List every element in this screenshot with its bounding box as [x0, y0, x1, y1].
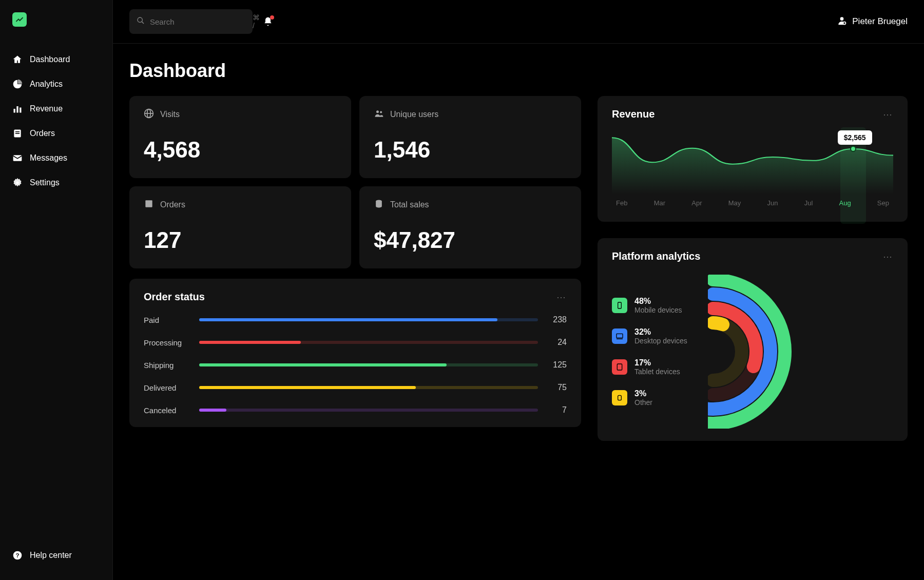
more-button[interactable]: ⋯	[883, 109, 893, 120]
card-title: Revenue	[612, 108, 654, 120]
search-box[interactable]: ⌘ /	[129, 9, 253, 34]
sidebar-item-label: Analytics	[30, 80, 63, 89]
svg-rect-23	[618, 302, 622, 308]
order-status-row: Paid 238	[144, 315, 567, 324]
sidebar-item-settings[interactable]: Settings	[0, 170, 112, 195]
order-value: 238	[546, 315, 567, 324]
platform-pct: 3%	[634, 389, 652, 398]
revenue-tooltip: $2,565	[838, 130, 872, 145]
sidebar: Dashboard Analytics Revenue Orders Messa…	[0, 0, 113, 580]
pie-chart-icon	[12, 79, 23, 89]
gear-icon	[12, 178, 23, 188]
svg-point-19	[380, 111, 382, 113]
revenue-month-label: Feb	[616, 199, 627, 207]
order-status-row: Shipping 125	[144, 360, 567, 370]
order-bar	[199, 409, 538, 412]
search-icon	[137, 16, 145, 27]
user-name: Pieter Bruegel	[852, 16, 908, 27]
svg-line-11	[142, 22, 144, 24]
revenue-card: Revenue ⋯ $2,565 FebMarAprMayJunJulAugSe…	[598, 96, 908, 222]
order-label: Processing	[144, 338, 191, 347]
search-input[interactable]	[150, 17, 247, 26]
help-center-link[interactable]: ? Help center	[0, 543, 112, 568]
page-title: Dashboard	[129, 60, 908, 82]
svg-rect-5	[15, 133, 20, 134]
search-hint: ⌘ /	[253, 13, 260, 30]
order-status-card: Order status ⋯ Paid 238 Processing 24 Sh…	[129, 279, 581, 427]
order-bar	[199, 386, 538, 389]
order-value: 24	[546, 338, 567, 347]
order-value: 75	[546, 383, 567, 392]
platform-label: Other	[634, 398, 652, 407]
svg-point-10	[138, 17, 142, 22]
bell-icon	[263, 16, 273, 27]
order-label: Delivered	[144, 383, 191, 392]
stat-card-unique-users: Unique users 1,546	[359, 96, 581, 178]
platform-label: Desktop devices	[634, 337, 687, 345]
orders-icon	[12, 128, 23, 139]
sidebar-nav: Dashboard Analytics Revenue Orders Messa…	[0, 47, 112, 543]
card-title: Platform analytics	[612, 250, 700, 262]
order-value: 125	[546, 360, 567, 370]
platform-icon	[612, 298, 627, 313]
platform-item: 32% Desktop devices	[612, 327, 687, 345]
home-icon	[12, 54, 23, 65]
users-icon	[374, 108, 384, 121]
platform-item: 17% Tablet devices	[612, 358, 687, 376]
svg-rect-4	[15, 131, 20, 132]
sidebar-item-orders[interactable]: Orders	[0, 121, 112, 146]
order-status-row: Canceled 7	[144, 405, 567, 415]
svg-rect-24	[617, 334, 623, 338]
svg-rect-0	[14, 109, 15, 113]
revenue-month-label: May	[728, 199, 741, 207]
stat-label: Orders	[160, 200, 185, 209]
sidebar-item-dashboard[interactable]: Dashboard	[0, 47, 112, 72]
stat-card-visits: Visits 4,568	[129, 96, 351, 178]
svg-rect-20	[145, 202, 152, 207]
box-icon	[144, 199, 154, 211]
order-label: Shipping	[144, 361, 191, 370]
mail-icon	[12, 153, 23, 163]
notifications-button[interactable]	[263, 16, 273, 27]
platform-item: 3% Other	[612, 389, 687, 407]
globe-icon	[144, 108, 154, 121]
platform-pct: 32%	[634, 327, 687, 337]
stat-card-total-sales: Total sales $47,827	[359, 186, 581, 268]
sidebar-item-label: Revenue	[30, 104, 63, 113]
order-status-row: Delivered 75	[144, 383, 567, 392]
platform-label: Mobile devices	[634, 306, 682, 314]
more-button[interactable]: ⋯	[556, 292, 567, 303]
svg-text:?: ?	[15, 552, 19, 558]
svg-point-18	[376, 110, 379, 113]
platform-pct: 17%	[634, 358, 680, 368]
sidebar-item-label: Orders	[30, 129, 55, 138]
sidebar-item-analytics[interactable]: Analytics	[0, 72, 112, 96]
card-title: Order status	[144, 291, 205, 303]
app-logo	[12, 12, 27, 27]
svg-rect-1	[16, 106, 18, 113]
sidebar-item-messages[interactable]: Messages	[0, 146, 112, 170]
platform-icon	[612, 328, 627, 344]
svg-point-14	[844, 22, 845, 24]
platform-label: Tablet devices	[634, 368, 680, 376]
sidebar-item-revenue[interactable]: Revenue	[0, 96, 112, 121]
revenue-chart: $2,565 FebMarAprMayJunJulAugSep	[612, 132, 893, 209]
order-status-row: Processing 24	[144, 338, 567, 347]
svg-point-12	[840, 17, 844, 21]
more-button[interactable]: ⋯	[883, 251, 893, 262]
order-bar	[199, 363, 538, 366]
stat-label: Total sales	[390, 200, 429, 209]
stat-card-orders: Orders 127	[129, 186, 351, 268]
order-bar	[199, 318, 538, 321]
revenue-month-label: Sep	[877, 199, 889, 207]
svg-rect-2	[20, 108, 21, 113]
sidebar-item-label: Dashboard	[30, 55, 70, 64]
stat-value: 127	[144, 227, 337, 253]
stat-value: 4,568	[144, 137, 337, 163]
user-menu[interactable]: Pieter Bruegel	[837, 15, 908, 28]
topbar: ⌘ / Pieter Bruegel	[113, 0, 924, 44]
revenue-month-label: Jul	[804, 199, 813, 207]
revenue-dot	[850, 146, 856, 152]
platform-radial-chart	[708, 275, 795, 429]
platform-icon	[612, 390, 627, 405]
